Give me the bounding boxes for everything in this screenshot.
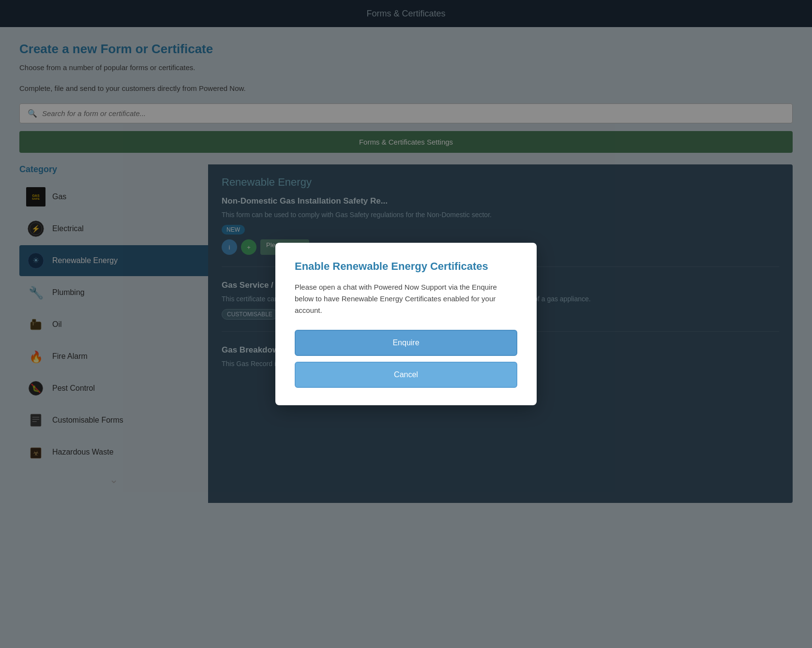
enable-certificates-modal: Enable Renewable Energy Certificates Ple… [275, 243, 537, 405]
enquire-button[interactable]: Enquire [295, 330, 517, 356]
modal-overlay[interactable]: Enable Renewable Energy Certificates Ple… [0, 0, 812, 648]
modal-body: Please open a chat with Powered Now Supp… [295, 281, 517, 316]
modal-title: Enable Renewable Energy Certificates [295, 260, 517, 273]
cancel-button[interactable]: Cancel [295, 362, 517, 388]
